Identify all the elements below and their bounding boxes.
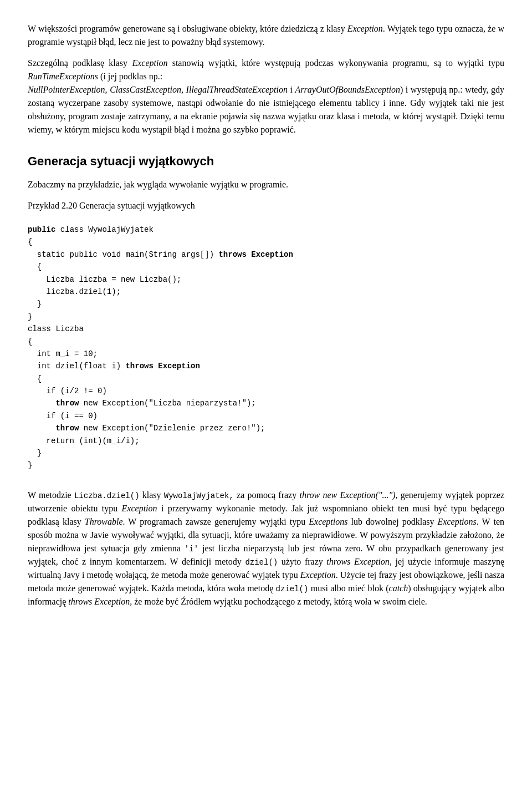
paragraph-2: Szczególną podklasę klasy Exception stan… bbox=[28, 57, 504, 136]
paragraph-4: W metodzie Liczba.dziel() klasy WywolajW… bbox=[28, 489, 504, 608]
paragraph-1: W większości programów generowane są i o… bbox=[28, 22, 504, 49]
paragraph-3: Zobaczmy na przykładzie, jak wygląda wyw… bbox=[28, 178, 504, 191]
section-heading: Generacja sytuacji wyjątkowych bbox=[28, 152, 504, 170]
page-content: W większości programów generowane są i o… bbox=[28, 22, 504, 608]
code-block: public class WywolajWyjatek { static pub… bbox=[28, 218, 504, 478]
example-title: Przykład 2.20 Generacja sytuacji wyjątko… bbox=[28, 199, 504, 212]
